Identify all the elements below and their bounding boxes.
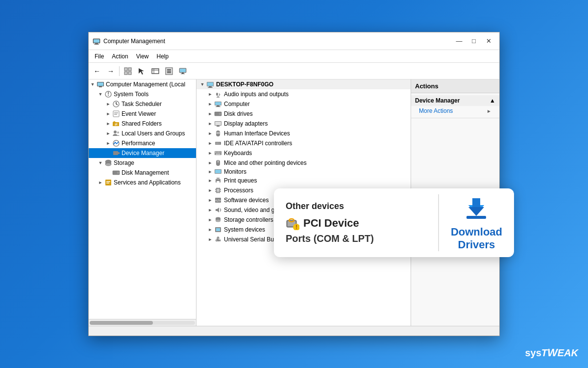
actions-more-actions[interactable]: More Actions ► bbox=[411, 106, 499, 116]
svg-rect-48 bbox=[207, 82, 213, 86]
tree-scrollbar[interactable] bbox=[89, 319, 196, 326]
svg-rect-82 bbox=[215, 170, 221, 173]
svg-rect-84 bbox=[217, 178, 220, 180]
device-system-label: System devices bbox=[224, 226, 265, 233]
menubar: File Action View Help bbox=[89, 50, 499, 63]
tree-services-arrow: ► bbox=[97, 180, 104, 185]
device-audio-icon bbox=[214, 90, 222, 98]
toolbar-back[interactable]: ← bbox=[91, 65, 103, 78]
device-sw-arrow: ► bbox=[206, 198, 214, 203]
toolbar-btn3[interactable] bbox=[163, 65, 175, 78]
device-computer[interactable]: ► Computer bbox=[196, 99, 411, 109]
device-audio-label: Audio inputs and outputs bbox=[224, 91, 289, 98]
toolbar-forward[interactable]: → bbox=[104, 65, 117, 78]
device-monitors[interactable]: ► Monitors bbox=[196, 168, 411, 176]
svg-rect-55 bbox=[215, 102, 221, 105]
tree-local-users[interactable]: ► Local Users and Groups bbox=[89, 129, 196, 138]
tree-system-tools[interactable]: ▼ System Tools bbox=[89, 89, 196, 99]
device-proc-label: Processors bbox=[224, 187, 253, 194]
svg-rect-63 bbox=[217, 126, 220, 127]
toolbar-btn2[interactable] bbox=[149, 65, 162, 78]
device-disk-drives[interactable]: ► Disk drives bbox=[196, 109, 411, 119]
svg-rect-36 bbox=[113, 151, 118, 155]
menu-file[interactable]: File bbox=[91, 52, 108, 61]
svg-point-105 bbox=[216, 240, 218, 241]
device-computer-label: Computer bbox=[224, 101, 250, 107]
tree-event-viewer[interactable]: ► Event Viewer bbox=[89, 109, 196, 119]
svg-rect-51 bbox=[216, 93, 218, 96]
tree-disk-management[interactable]: Disk Management bbox=[89, 168, 196, 178]
menu-help[interactable]: Help bbox=[153, 52, 173, 61]
toolbar: ← → bbox=[89, 63, 499, 79]
download-icon bbox=[462, 194, 491, 224]
close-button[interactable]: ✕ bbox=[482, 35, 495, 47]
tree-task-scheduler[interactable]: ► Task Scheduler bbox=[89, 99, 196, 109]
toolbar-monitor[interactable] bbox=[176, 65, 189, 78]
svg-rect-4 bbox=[124, 68, 127, 71]
device-proc-icon bbox=[214, 186, 222, 194]
actions-title: Actions bbox=[411, 79, 499, 93]
svg-rect-71 bbox=[219, 142, 220, 144]
tree-local-users-arrow: ► bbox=[104, 131, 112, 136]
tree-root[interactable]: ▼ Computer Management (Local bbox=[89, 79, 196, 89]
svg-marker-117 bbox=[468, 207, 484, 216]
svg-rect-29 bbox=[113, 111, 119, 117]
tree-device-manager-label: Device Manager bbox=[122, 150, 164, 157]
svg-point-40 bbox=[105, 163, 111, 166]
window-icon bbox=[93, 37, 100, 45]
maximize-button[interactable]: □ bbox=[467, 35, 481, 47]
popup-overlay: Other devices ! PCI Device Ports (COM & … bbox=[274, 188, 514, 257]
device-storage-arrow: ► bbox=[206, 217, 214, 222]
tree-performance-icon bbox=[112, 139, 120, 147]
svg-rect-1 bbox=[94, 39, 99, 43]
tree-system-tools-arrow: ▼ bbox=[97, 92, 104, 97]
device-hid[interactable]: ► Human Interface Devices bbox=[196, 129, 411, 138]
computer-management-window: Computer Management — □ ✕ File Action Vi… bbox=[88, 32, 500, 336]
svg-rect-2 bbox=[95, 43, 98, 44]
popup-download-text[interactable]: DownloadDrivers bbox=[451, 226, 502, 252]
device-display[interactable]: ► Display adapters bbox=[196, 119, 411, 129]
scrollbar-track bbox=[90, 321, 195, 325]
tree-scroll[interactable]: ▼ Computer Management (Local ▼ bbox=[89, 79, 196, 319]
device-print-icon bbox=[214, 177, 222, 184]
device-keyboards[interactable]: ► Keyboards bbox=[196, 148, 411, 158]
device-monitors-icon bbox=[214, 168, 222, 176]
device-display-label: Display adapters bbox=[224, 120, 268, 127]
minimize-button[interactable]: — bbox=[452, 35, 466, 47]
tree-root-label: Computer Management (Local bbox=[106, 81, 185, 88]
svg-rect-74 bbox=[217, 152, 218, 153]
popup-right[interactable]: DownloadDrivers bbox=[438, 194, 502, 252]
svg-rect-69 bbox=[216, 142, 217, 144]
device-root[interactable]: ▼ DESKTOP-F8NF0GO bbox=[196, 79, 411, 89]
svg-rect-25 bbox=[108, 95, 109, 96]
popup-pci-row: ! PCI Device bbox=[286, 216, 430, 230]
tree-shared-folders[interactable]: ► ⇌ Shared Folders bbox=[89, 119, 196, 129]
svg-rect-85 bbox=[217, 181, 220, 183]
device-mice[interactable]: ► Mice and other pointing devices bbox=[196, 158, 411, 168]
tree-storage[interactable]: ▼ Storage bbox=[89, 158, 196, 168]
device-sw-label: Software devices bbox=[224, 197, 269, 204]
tree-performance[interactable]: ► Performance bbox=[89, 138, 196, 148]
titlebar-controls: — □ ✕ bbox=[452, 35, 495, 47]
tree-task-label: Task Scheduler bbox=[122, 101, 162, 107]
tree-task-arrow: ► bbox=[104, 102, 112, 106]
svg-rect-50 bbox=[208, 87, 213, 88]
tree-shared-label: Shared Folders bbox=[122, 120, 162, 127]
menu-view[interactable]: View bbox=[132, 52, 153, 61]
actions-section-title: Device Manager ▲ bbox=[411, 95, 499, 106]
toolbar-sep1 bbox=[119, 66, 120, 76]
toolbar-btn1[interactable] bbox=[122, 65, 134, 78]
device-ide-arrow: ► bbox=[206, 141, 214, 146]
device-hid-label: Human Interface Devices bbox=[224, 130, 290, 137]
device-computer-arrow: ► bbox=[206, 102, 214, 106]
device-print[interactable]: ► Print queues bbox=[196, 176, 411, 185]
tree-system-tools-label: System Tools bbox=[114, 91, 148, 98]
popup-other-devices: Other devices bbox=[286, 201, 430, 211]
tree-device-manager[interactable]: Device Manager bbox=[89, 148, 196, 158]
toolbar-cursor[interactable] bbox=[135, 65, 148, 78]
menu-action[interactable]: Action bbox=[108, 52, 132, 61]
device-audio[interactable]: ► Audio inputs and outputs bbox=[196, 89, 411, 99]
tree-services[interactable]: ► Services and Applications bbox=[89, 178, 196, 187]
device-kb-arrow: ► bbox=[206, 151, 214, 156]
device-ide[interactable]: ► IDE ATA/ATAPI controllers bbox=[196, 138, 411, 148]
